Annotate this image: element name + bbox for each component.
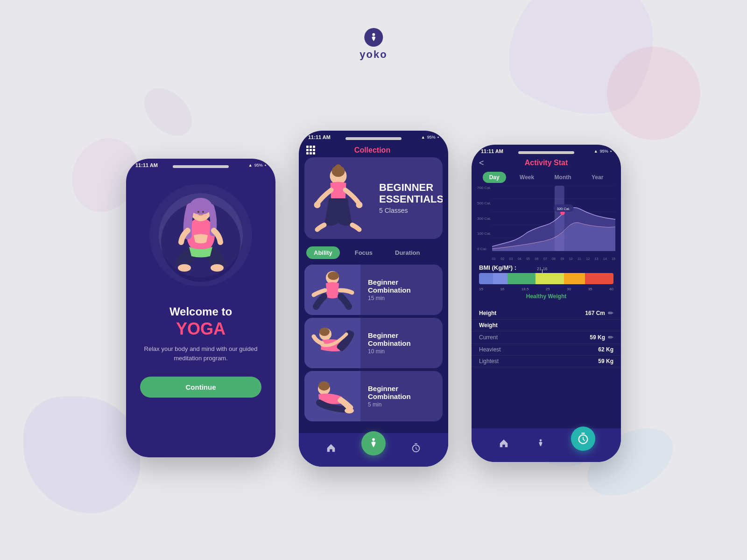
welcome-title: Welcome to <box>169 305 232 318</box>
collection-banner[interactable]: BEGINNER ESSENTIALS 5 Classes <box>304 157 443 239</box>
chart-x-labels: 01 02 03 04 05 06 07 08 09 10 11 12 13 1… <box>492 257 615 260</box>
class-card-2-image <box>304 318 360 368</box>
pose-figure-2 <box>304 318 360 368</box>
phone1-frame: 11:11 AM ▲ 95% ▪ <box>126 159 275 457</box>
bmi-bar <box>479 273 613 284</box>
tabs-row: Ability Focus Duration <box>299 244 448 262</box>
bmi-label-40: 40 <box>609 287 613 291</box>
y-label-0: 0 Cal. <box>477 247 491 251</box>
lightest-row: Lightest 59 Kg <box>472 356 621 367</box>
weight-label: Weight <box>479 322 498 329</box>
battery-text3: 95% <box>600 149 608 154</box>
period-year[interactable]: Year <box>585 172 610 183</box>
phone2-time: 11:11 AM <box>308 134 331 140</box>
class-card-3[interactable]: Beginner Combination 5 min <box>304 371 443 421</box>
class-card-2-title: Beginner Combination <box>368 331 435 347</box>
x-14: 14 <box>603 257 607 260</box>
x-05: 05 <box>526 257 530 260</box>
bmi-seg-4 <box>536 273 564 284</box>
signal-icon2: ▲ <box>421 135 425 140</box>
class-card-2-info: Beginner Combination 10 min <box>360 326 443 360</box>
current-weight-row: Current 59 Kg ✏ <box>472 331 621 344</box>
phone3-frame: 11:11 AM ▲ 95% ▪ < Activity Stat Day Wee… <box>472 145 621 462</box>
class-card-3-info: Beginner Combination 5 min <box>360 379 443 413</box>
bmi-section: BMI (Kg/M²) : 21.16 <box>472 260 621 307</box>
bmi-label-35: 35 <box>588 287 592 291</box>
svg-point-18 <box>328 272 339 280</box>
height-row: Height 167 Cm ✏ <box>472 307 621 320</box>
nav-timer-active-3[interactable] <box>571 427 595 451</box>
y-label-100: 100 Cal. <box>477 231 491 236</box>
height-edit-icon[interactable]: ✏ <box>608 309 613 317</box>
svg-point-5 <box>178 264 191 272</box>
class-card-3-image <box>304 371 360 421</box>
svg-point-6 <box>211 264 224 272</box>
svg-point-13 <box>335 164 342 171</box>
x-02: 02 <box>500 257 504 260</box>
heaviest-label: Heaviest <box>479 346 501 353</box>
logo-text: yoko <box>359 49 387 61</box>
tab-duration[interactable]: Duration <box>388 246 427 259</box>
chart-y-labels: 700 Cal. 500 Cal. 300 Cal. 100 Cal. 0 Ca… <box>477 186 491 251</box>
banner-title: BEGINNER ESSENTIALS <box>379 182 443 204</box>
period-day[interactable]: Day <box>483 172 506 183</box>
back-button[interactable]: < <box>479 158 484 168</box>
class-card-1[interactable]: Beginner Combination 15 min <box>304 265 443 315</box>
nav-timer-2[interactable] <box>409 441 423 455</box>
timer-icon-2 <box>409 441 423 455</box>
svg-point-10 <box>203 214 207 217</box>
bmi-seg-2 <box>493 273 507 284</box>
phone2-bottom-nav <box>299 433 448 467</box>
class-card-3-duration: 5 min <box>368 401 435 408</box>
banner-subtitle: 5 Classes <box>379 207 443 214</box>
y-label-500: 500 Cal. <box>477 201 491 205</box>
bmi-seg-6 <box>585 273 613 284</box>
period-month[interactable]: Month <box>548 172 578 183</box>
activity-stat-title: Activity Stat <box>525 159 568 167</box>
class-card-1-title: Beginner Combination <box>368 278 435 294</box>
bmi-value-area: 21.16 <box>479 273 613 284</box>
class-card-2[interactable]: Beginner Combination 10 min <box>304 318 443 368</box>
svg-point-26 <box>372 438 375 441</box>
heaviest-row: Heaviest 62 Kg <box>472 344 621 356</box>
y-label-300: 300 Cal. <box>477 217 491 221</box>
tab-ability[interactable]: Ability <box>306 246 340 259</box>
class-card-1-image <box>304 265 360 315</box>
yoga-icon-3 <box>534 437 547 450</box>
continue-button[interactable]: Continue <box>140 377 261 398</box>
period-tabs: Day Week Month Year <box>472 169 621 186</box>
nav-home-2[interactable] <box>324 441 338 455</box>
svg-point-25 <box>345 408 354 413</box>
nav-yoga-center-2[interactable] <box>361 431 386 455</box>
chart-svg-area: 320 Cal. <box>492 186 615 251</box>
height-val-text: 167 Cm <box>585 310 605 316</box>
nav-home-3[interactable] <box>497 437 510 450</box>
heaviest-value: 62 Kg <box>598 346 613 353</box>
x-06: 06 <box>535 257 538 260</box>
svg-point-21 <box>319 328 330 336</box>
battery-icon: ▪ <box>265 163 266 168</box>
nav-yoga-3[interactable] <box>534 437 547 450</box>
svg-point-0 <box>372 33 375 36</box>
svg-point-9 <box>194 214 199 217</box>
current-edit-icon[interactable]: ✏ <box>608 334 613 341</box>
x-04: 04 <box>518 257 521 260</box>
tab-focus[interactable]: Focus <box>347 246 380 259</box>
class-card-1-duration: 15 min <box>368 295 435 301</box>
pose-figure-1 <box>304 265 360 315</box>
phone1-screen: 11:11 AM ▲ 95% ▪ <box>126 159 275 457</box>
class-card-3-title: Beginner Combination <box>368 385 435 400</box>
pose-figure-3 <box>304 371 360 421</box>
grid-menu-icon[interactable] <box>306 146 315 154</box>
period-week[interactable]: Week <box>513 172 541 183</box>
bmi-marker <box>542 269 543 273</box>
x-11: 11 <box>578 257 581 260</box>
welcome-description: Relax your body and mind with our guided… <box>140 344 261 363</box>
lightest-label: Lightest <box>479 358 499 364</box>
bmi-label-15: 15 <box>479 287 483 291</box>
bmi-label-185: 18.5 <box>521 287 529 291</box>
bmi-seg-5 <box>564 273 585 284</box>
phone1-time: 11:11 AM <box>135 162 158 168</box>
bmi-label-25: 25 <box>546 287 550 291</box>
svg-point-37 <box>540 439 542 441</box>
